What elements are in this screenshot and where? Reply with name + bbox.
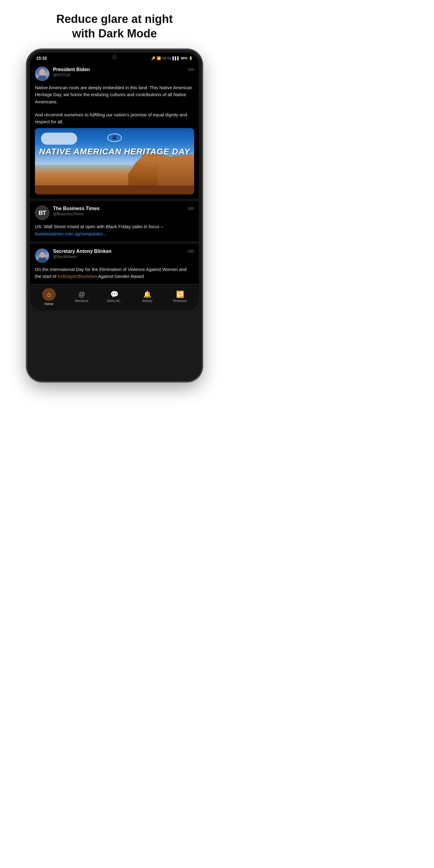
tweet-time-blinken: 18h: [187, 249, 194, 253]
phone-frame: 15:32 🔑 📶 HD 5G ▌▌▌ 80% 🔋 Pres: [27, 50, 202, 381]
tweet-text-bt-prefix: US: Wall Street mixed at open with Black…: [35, 224, 163, 229]
bottom-nav: ⌂ Home @ Mentions 💬 Direct M... 🔔 Activi…: [30, 284, 199, 310]
status-bar: 15:32 🔑 📶 HD 5G ▌▌▌ 80% 🔋: [30, 53, 199, 62]
status-icons: 🔑 📶 HD 5G ▌▌▌ 80% 🔋: [151, 56, 193, 60]
tweet-bt[interactable]: BT The Business Times @BusinessTimes 16h…: [30, 201, 199, 242]
tweet-handle-bt: @BusinessTimes: [53, 212, 185, 216]
phone-screen: 15:32 🔑 📶 HD 5G ▌▌▌ 80% 🔋 Pres: [30, 53, 199, 310]
tweet-text-bt: US: Wall Street mixed at open with Black…: [35, 223, 194, 237]
feed-divider: [30, 199, 199, 201]
status-time: 15:32: [36, 56, 47, 61]
tweet-link-bt[interactable]: businesstimes.com.sg/companies...: [35, 231, 106, 236]
heritage-ground: [35, 185, 194, 194]
retweets-icon: 🔁: [176, 291, 184, 298]
tweet-name-bt: The Business Times: [53, 206, 185, 211]
nav-dm-label: Direct M...: [107, 299, 122, 303]
tweet-biden[interactable]: President Biden @POTUS 16h Native Americ…: [30, 62, 199, 199]
battery-label: 80%: [181, 56, 187, 60]
nav-retweets[interactable]: 🔁 Retweets: [164, 291, 196, 303]
tweet-hashtag-blinken[interactable]: #16DaysOfActivism: [58, 274, 97, 279]
avatar-bt: BT: [35, 206, 50, 220]
tweet-text-biden-2: And recommit ourselves to fulfilling our…: [35, 111, 194, 125]
heritage-day-image[interactable]: Native American Heritage Day: [35, 128, 194, 194]
avatar-biden: [35, 67, 50, 81]
tweet-text-biden-1: Native American roots are deeply embedde…: [35, 84, 194, 105]
page-title: Reduce glare at night with Dark Mode: [38, 0, 191, 50]
tweet-name-blinken: Secretary Antony Blinken: [53, 248, 185, 254]
feed-divider-2: [30, 242, 199, 244]
tweet-meta-biden: President Biden @POTUS: [53, 67, 185, 77]
avatar-blinken: [35, 248, 50, 263]
nav-home[interactable]: ⌂ Home: [33, 288, 65, 306]
camera-notch: [113, 55, 117, 59]
heritage-day-title: Native American Heritage Day: [35, 146, 194, 157]
nav-activity[interactable]: 🔔 Activity: [131, 291, 164, 303]
signal-icon: ▌▌▌: [173, 56, 180, 60]
dm-icon: 💬: [110, 291, 119, 298]
nav-mentions-label: Mentions: [75, 299, 89, 303]
nav-activity-label: Activity: [142, 299, 153, 303]
tweet-blinken[interactable]: Secretary Antony Blinken @SecBlinken 18h…: [30, 244, 199, 284]
tweet-handle-blinken: @SecBlinken: [53, 254, 185, 259]
tweet-time-biden: 16h: [187, 67, 194, 72]
mentions-icon: @: [79, 291, 85, 298]
wifi-icon: 📶: [157, 56, 161, 60]
network-label: HD 5G: [162, 57, 172, 60]
white-house-emblem: [107, 133, 122, 142]
key-icon: 🔑: [151, 56, 156, 60]
tweet-name-biden: President Biden: [53, 67, 185, 72]
nav-home-label: Home: [44, 302, 53, 306]
tweet-text-blinken: On the International Day for the Elimina…: [35, 266, 194, 280]
nav-retweets-label: Retweets: [173, 299, 187, 303]
tweet-feed: President Biden @POTUS 16h Native Americ…: [30, 62, 199, 284]
battery-icon: 🔋: [189, 56, 193, 60]
heritage-clouds: [41, 133, 77, 145]
tweet-meta-blinken: Secretary Antony Blinken @SecBlinken: [53, 248, 185, 259]
tweet-handle-biden: @POTUS: [53, 73, 185, 77]
tweet-text-blinken-suffix: Against Gender-Based: [97, 274, 144, 279]
nav-dm[interactable]: 💬 Direct M...: [98, 291, 131, 303]
nav-mentions[interactable]: @ Mentions: [65, 291, 98, 303]
activity-icon: 🔔: [143, 291, 151, 298]
tweet-meta-bt: The Business Times @BusinessTimes: [53, 206, 185, 216]
home-icon: ⌂: [47, 291, 51, 298]
tweet-time-bt: 16h: [187, 206, 194, 211]
